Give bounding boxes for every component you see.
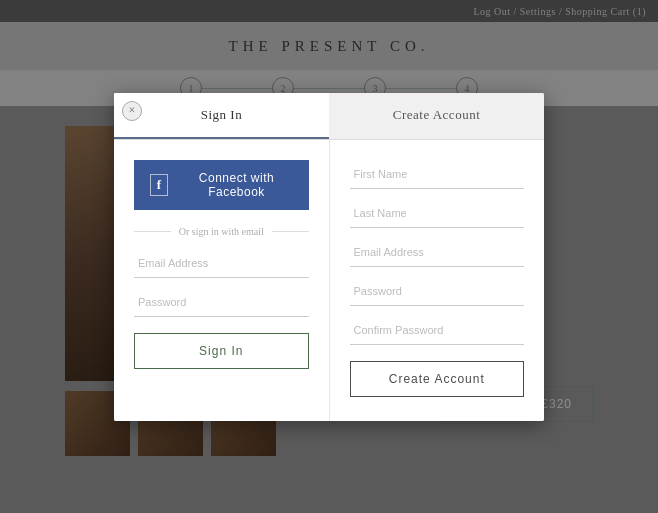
create-lastname-input[interactable] bbox=[350, 199, 525, 228]
create-confirm-password-input[interactable] bbox=[350, 316, 525, 345]
facebook-button-label: Connect with Facebook bbox=[180, 171, 292, 199]
create-password-input[interactable] bbox=[350, 277, 525, 306]
signin-password-input[interactable] bbox=[134, 288, 309, 317]
divider: Or sign in with email bbox=[134, 226, 309, 237]
signin-submit-button[interactable]: Sign In bbox=[134, 333, 309, 369]
modal-tabs: Sign In Create Account bbox=[114, 93, 544, 140]
create-account-submit-button[interactable]: Create Account bbox=[350, 361, 525, 397]
facebook-icon: f bbox=[150, 174, 168, 196]
auth-modal: × Sign In Create Account f Connect with … bbox=[114, 93, 544, 421]
tab-signin[interactable]: Sign In bbox=[114, 93, 329, 139]
modal-close-button[interactable]: × bbox=[122, 101, 142, 121]
facebook-connect-button[interactable]: f Connect with Facebook bbox=[134, 160, 309, 210]
modal-overlay: × Sign In Create Account f Connect with … bbox=[0, 0, 658, 513]
signin-email-input[interactable] bbox=[134, 249, 309, 278]
signin-panel: f Connect with Facebook Or sign in with … bbox=[114, 140, 330, 421]
create-account-panel: Create Account bbox=[330, 140, 545, 421]
create-email-input[interactable] bbox=[350, 238, 525, 267]
modal-body: f Connect with Facebook Or sign in with … bbox=[114, 140, 544, 421]
tab-create-account[interactable]: Create Account bbox=[329, 93, 544, 139]
create-firstname-input[interactable] bbox=[350, 160, 525, 189]
divider-text-label: Or sign in with email bbox=[179, 226, 264, 237]
